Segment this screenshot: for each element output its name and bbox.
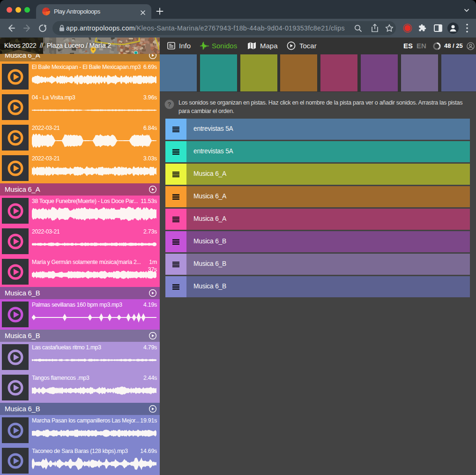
- svg-text:?: ?: [168, 101, 171, 108]
